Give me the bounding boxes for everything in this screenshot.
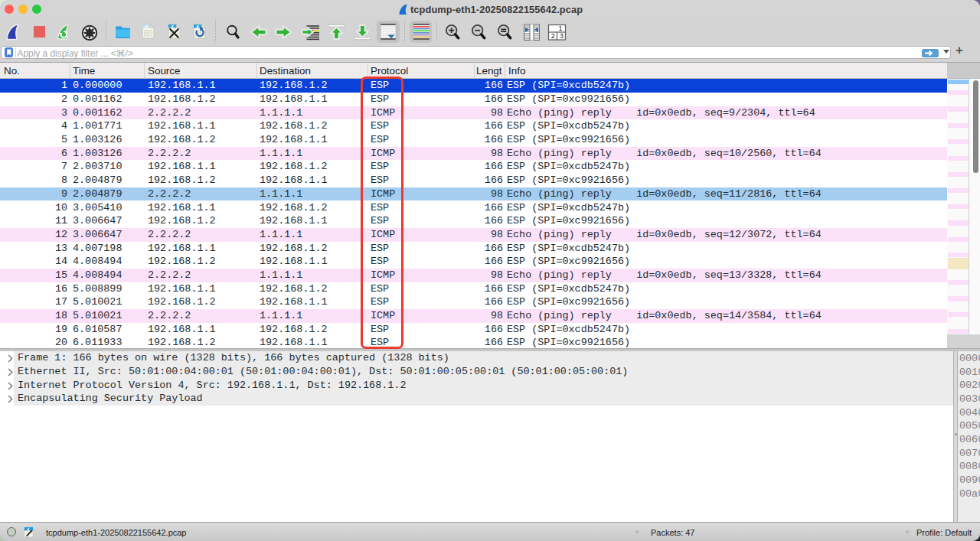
svg-text:3: 3 [560, 32, 564, 40]
svg-text:1: 1 [558, 24, 562, 32]
svg-text:2: 2 [550, 32, 554, 40]
